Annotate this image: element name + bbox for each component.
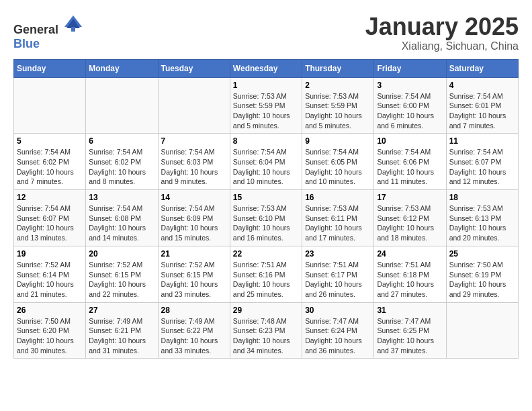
day-number: 12 <box>17 193 83 202</box>
calendar-day-cell: 20Sunrise: 7:52 AM Sunset: 6:15 PM Dayli… <box>86 246 158 302</box>
title-block: January 2025 Xialiang, Sichuan, China <box>365 13 519 52</box>
day-number: 15 <box>233 193 299 202</box>
calendar-table: SundayMondayTuesdayWednesdayThursdayFrid… <box>13 59 519 359</box>
day-info: Sunrise: 7:52 AM Sunset: 6:14 PM Dayligh… <box>17 260 83 300</box>
day-info: Sunrise: 7:52 AM Sunset: 6:15 PM Dayligh… <box>161 260 227 300</box>
calendar-week-row: 19Sunrise: 7:52 AM Sunset: 6:14 PM Dayli… <box>14 246 519 302</box>
calendar-day-cell: 26Sunrise: 7:50 AM Sunset: 6:20 PM Dayli… <box>14 302 86 359</box>
day-info: Sunrise: 7:54 AM Sunset: 6:09 PM Dayligh… <box>161 203 227 243</box>
calendar-header-row: SundayMondayTuesdayWednesdayThursdayFrid… <box>14 59 519 77</box>
day-number: 16 <box>305 193 371 202</box>
day-number: 13 <box>89 193 154 202</box>
day-info: Sunrise: 7:54 AM Sunset: 6:00 PM Dayligh… <box>377 91 443 131</box>
day-info: Sunrise: 7:51 AM Sunset: 6:18 PM Dayligh… <box>377 260 443 300</box>
day-number: 19 <box>17 249 83 259</box>
day-number: 8 <box>233 136 299 146</box>
day-number: 7 <box>161 136 227 146</box>
day-info: Sunrise: 7:53 AM Sunset: 5:59 PM Dayligh… <box>305 91 371 131</box>
calendar-day-header: Thursday <box>302 59 374 77</box>
calendar-day-cell: 10Sunrise: 7:54 AM Sunset: 6:06 PM Dayli… <box>374 134 446 190</box>
day-info: Sunrise: 7:54 AM Sunset: 6:01 PM Dayligh… <box>449 91 515 131</box>
day-number: 9 <box>305 136 371 146</box>
day-info: Sunrise: 7:54 AM Sunset: 6:02 PM Dayligh… <box>17 147 83 187</box>
day-info: Sunrise: 7:48 AM Sunset: 6:23 PM Dayligh… <box>233 316 299 356</box>
calendar-week-row: 26Sunrise: 7:50 AM Sunset: 6:20 PM Dayli… <box>14 302 519 359</box>
calendar-day-cell: 27Sunrise: 7:49 AM Sunset: 6:21 PM Dayli… <box>86 302 158 359</box>
calendar-day-cell: 23Sunrise: 7:51 AM Sunset: 6:17 PM Dayli… <box>302 246 374 302</box>
calendar-day-header: Wednesday <box>230 59 302 77</box>
calendar-week-row: 1Sunrise: 7:53 AM Sunset: 5:59 PM Daylig… <box>14 77 519 134</box>
calendar-day-cell: 8Sunrise: 7:54 AM Sunset: 6:04 PM Daylig… <box>230 134 302 190</box>
calendar-day-cell: 13Sunrise: 7:54 AM Sunset: 6:08 PM Dayli… <box>86 190 158 246</box>
day-info: Sunrise: 7:47 AM Sunset: 6:25 PM Dayligh… <box>377 316 443 356</box>
day-number: 27 <box>89 306 154 315</box>
calendar-day-cell: 9Sunrise: 7:54 AM Sunset: 6:05 PM Daylig… <box>302 134 374 190</box>
day-info: Sunrise: 7:54 AM Sunset: 6:07 PM Dayligh… <box>449 147 515 187</box>
day-number: 31 <box>377 306 443 315</box>
day-info: Sunrise: 7:49 AM Sunset: 6:22 PM Dayligh… <box>161 316 227 356</box>
day-number: 17 <box>377 193 443 202</box>
day-info: Sunrise: 7:50 AM Sunset: 6:19 PM Dayligh… <box>449 260 515 300</box>
calendar-day-cell: 5Sunrise: 7:54 AM Sunset: 6:02 PM Daylig… <box>14 134 86 190</box>
calendar-day-cell: 19Sunrise: 7:52 AM Sunset: 6:14 PM Dayli… <box>14 246 86 302</box>
calendar-week-row: 12Sunrise: 7:54 AM Sunset: 6:07 PM Dayli… <box>14 190 519 246</box>
calendar-day-cell: 31Sunrise: 7:47 AM Sunset: 6:25 PM Dayli… <box>374 302 446 359</box>
logo-text-general: General <box>13 23 58 36</box>
calendar-day-cell: 6Sunrise: 7:54 AM Sunset: 6:02 PM Daylig… <box>86 134 158 190</box>
calendar-day-cell: 22Sunrise: 7:51 AM Sunset: 6:16 PM Dayli… <box>230 246 302 302</box>
day-number: 10 <box>377 136 443 146</box>
day-number: 14 <box>161 193 227 202</box>
day-number: 6 <box>89 136 154 146</box>
day-info: Sunrise: 7:47 AM Sunset: 6:24 PM Dayligh… <box>305 316 371 356</box>
calendar-day-cell: 21Sunrise: 7:52 AM Sunset: 6:15 PM Dayli… <box>158 246 230 302</box>
page-header: General Blue January 2025 Xialiang, Sich… <box>13 13 519 52</box>
day-info: Sunrise: 7:54 AM Sunset: 6:05 PM Dayligh… <box>305 147 371 187</box>
day-number: 23 <box>305 249 371 259</box>
day-info: Sunrise: 7:51 AM Sunset: 6:16 PM Dayligh… <box>233 260 299 300</box>
calendar-day-cell: 1Sunrise: 7:53 AM Sunset: 5:59 PM Daylig… <box>230 77 302 134</box>
day-number: 30 <box>305 306 371 315</box>
calendar-day-cell: 2Sunrise: 7:53 AM Sunset: 5:59 PM Daylig… <box>302 77 374 134</box>
day-number: 29 <box>233 306 299 315</box>
day-number: 4 <box>449 81 515 90</box>
day-number: 24 <box>377 249 443 259</box>
calendar-day-cell: 11Sunrise: 7:54 AM Sunset: 6:07 PM Dayli… <box>446 134 518 190</box>
calendar-day-cell: 16Sunrise: 7:53 AM Sunset: 6:11 PM Dayli… <box>302 190 374 246</box>
logo-text-blue: Blue <box>13 37 40 50</box>
day-info: Sunrise: 7:53 AM Sunset: 6:11 PM Dayligh… <box>305 203 371 243</box>
calendar-day-cell: 30Sunrise: 7:47 AM Sunset: 6:24 PM Dayli… <box>302 302 374 359</box>
day-info: Sunrise: 7:54 AM Sunset: 6:06 PM Dayligh… <box>377 147 443 187</box>
day-number: 2 <box>305 81 371 90</box>
calendar-day-cell: 14Sunrise: 7:54 AM Sunset: 6:09 PM Dayli… <box>158 190 230 246</box>
calendar-day-header: Monday <box>86 59 158 77</box>
day-number: 21 <box>161 249 227 259</box>
calendar-day-cell: 4Sunrise: 7:54 AM Sunset: 6:01 PM Daylig… <box>446 77 518 134</box>
day-number: 11 <box>449 136 515 146</box>
calendar-week-row: 5Sunrise: 7:54 AM Sunset: 6:02 PM Daylig… <box>14 134 519 190</box>
calendar-day-cell: 7Sunrise: 7:54 AM Sunset: 6:03 PM Daylig… <box>158 134 230 190</box>
calendar-day-cell <box>158 77 230 134</box>
day-number: 18 <box>449 193 515 202</box>
logo-icon <box>63 13 83 34</box>
day-info: Sunrise: 7:54 AM Sunset: 6:04 PM Dayligh… <box>233 147 299 187</box>
calendar-day-cell: 17Sunrise: 7:53 AM Sunset: 6:12 PM Dayli… <box>374 190 446 246</box>
calendar-day-cell: 29Sunrise: 7:48 AM Sunset: 6:23 PM Dayli… <box>230 302 302 359</box>
calendar-day-cell: 15Sunrise: 7:53 AM Sunset: 6:10 PM Dayli… <box>230 190 302 246</box>
day-info: Sunrise: 7:52 AM Sunset: 6:15 PM Dayligh… <box>89 260 154 300</box>
calendar-day-cell <box>86 77 158 134</box>
day-info: Sunrise: 7:53 AM Sunset: 6:13 PM Dayligh… <box>449 203 515 243</box>
day-info: Sunrise: 7:54 AM Sunset: 6:08 PM Dayligh… <box>89 203 154 243</box>
day-info: Sunrise: 7:51 AM Sunset: 6:17 PM Dayligh… <box>305 260 371 300</box>
page-subtitle: Xialiang, Sichuan, China <box>365 40 519 52</box>
svg-rect-2 <box>71 27 75 32</box>
calendar-day-cell: 12Sunrise: 7:54 AM Sunset: 6:07 PM Dayli… <box>14 190 86 246</box>
day-number: 22 <box>233 249 299 259</box>
calendar-day-header: Sunday <box>14 59 86 77</box>
day-number: 3 <box>377 81 443 90</box>
day-info: Sunrise: 7:53 AM Sunset: 5:59 PM Dayligh… <box>233 91 299 131</box>
page-title: January 2025 <box>365 13 519 40</box>
calendar-day-header: Tuesday <box>158 59 230 77</box>
calendar-day-header: Saturday <box>446 59 518 77</box>
calendar-day-cell: 3Sunrise: 7:54 AM Sunset: 6:00 PM Daylig… <box>374 77 446 134</box>
day-number: 26 <box>17 306 83 315</box>
